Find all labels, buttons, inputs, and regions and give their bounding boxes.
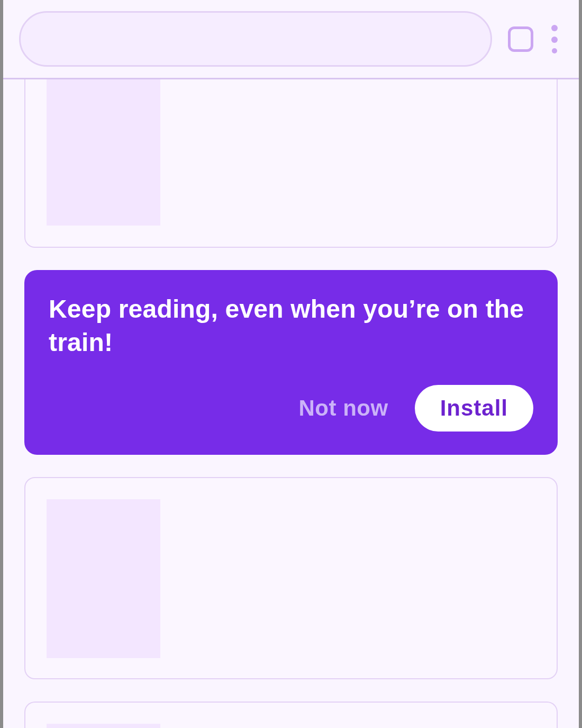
browser-viewport: Keep reading, even when you’re on the tr… [3, 0, 579, 728]
tabs-icon[interactable] [508, 26, 533, 52]
url-bar[interactable] [19, 11, 492, 67]
install-prompt-message: Keep reading, even when you’re on the tr… [49, 292, 533, 359]
thumbnail-placeholder [47, 724, 160, 728]
install-prompt-actions: Not now Install [49, 385, 533, 432]
content-card[interactable] [24, 477, 558, 679]
install-prompt-banner: Keep reading, even when you’re on the tr… [24, 270, 558, 455]
more-menu-icon[interactable] [549, 23, 560, 55]
install-button[interactable]: Install [415, 385, 533, 432]
thumbnail-placeholder [47, 79, 160, 226]
not-now-button[interactable]: Not now [299, 396, 388, 421]
content-card[interactable] [24, 702, 558, 728]
thumbnail-placeholder [47, 499, 160, 658]
browser-toolbar [3, 0, 579, 79]
page-content[interactable]: Keep reading, even when you’re on the tr… [3, 79, 579, 728]
content-card[interactable] [24, 79, 558, 248]
